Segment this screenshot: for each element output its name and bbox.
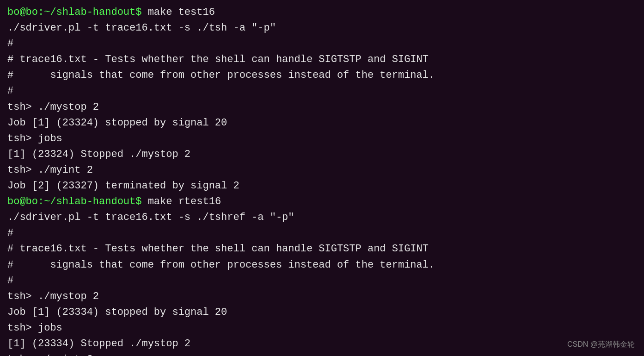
terminal-line: Job [1] (23334) stopped by signal 20 bbox=[7, 305, 637, 320]
terminal-line: bo@bo:~/shlab-handout$ make test16 bbox=[7, 5, 637, 20]
terminal-line: [1] (23334) Stopped ./mystop 2 bbox=[7, 336, 637, 352]
terminal-line: Job [1] (23324) stopped by signal 20 bbox=[7, 115, 637, 131]
terminal-line: # signals that come from other processes… bbox=[7, 68, 637, 83]
terminal-line: ./sdriver.pl -t trace16.txt -s ./tsh -a … bbox=[7, 20, 637, 36]
terminal-line: tsh> jobs bbox=[7, 131, 637, 147]
command-text: make test16 bbox=[141, 6, 215, 18]
terminal-line: # trace16.txt - Tests whether the shell … bbox=[7, 52, 637, 68]
terminal-output: bo@bo:~/shlab-handout$ make test16./sdri… bbox=[7, 5, 637, 356]
terminal-line: tsh> ./myint 2 bbox=[7, 352, 637, 356]
terminal-line: [1] (23324) Stopped ./mystop 2 bbox=[7, 147, 637, 162]
terminal-line: tsh> jobs bbox=[7, 320, 637, 336]
terminal-line: tsh> ./myint 2 bbox=[7, 162, 637, 178]
command-text: make rtest16 bbox=[141, 196, 221, 207]
terminal-line: Job [2] (23327) terminated by signal 2 bbox=[7, 178, 637, 194]
terminal-line: # bbox=[7, 83, 637, 99]
terminal-line: # bbox=[7, 36, 637, 52]
terminal-line: # bbox=[7, 273, 637, 289]
prompt-text: bo@bo:~/shlab-handout$ bbox=[7, 6, 141, 18]
terminal-line: # trace16.txt - Tests whether the shell … bbox=[7, 241, 637, 257]
terminal-line: # bbox=[7, 225, 637, 241]
prompt-text: bo@bo:~/shlab-handout$ bbox=[7, 196, 141, 207]
terminal-line: # signals that come from other processes… bbox=[7, 257, 637, 273]
terminal-line: ./sdriver.pl -t trace16.txt -s ./tshref … bbox=[7, 210, 637, 225]
watermark: CSDN @芫湖韩金轮 bbox=[567, 340, 635, 350]
terminal-line: tsh> ./mystop 2 bbox=[7, 100, 637, 115]
terminal-line: bo@bo:~/shlab-handout$ make rtest16 bbox=[7, 194, 637, 210]
terminal-window: bo@bo:~/shlab-handout$ make test16./sdri… bbox=[0, 0, 644, 356]
terminal-line: tsh> ./mystop 2 bbox=[7, 289, 637, 305]
